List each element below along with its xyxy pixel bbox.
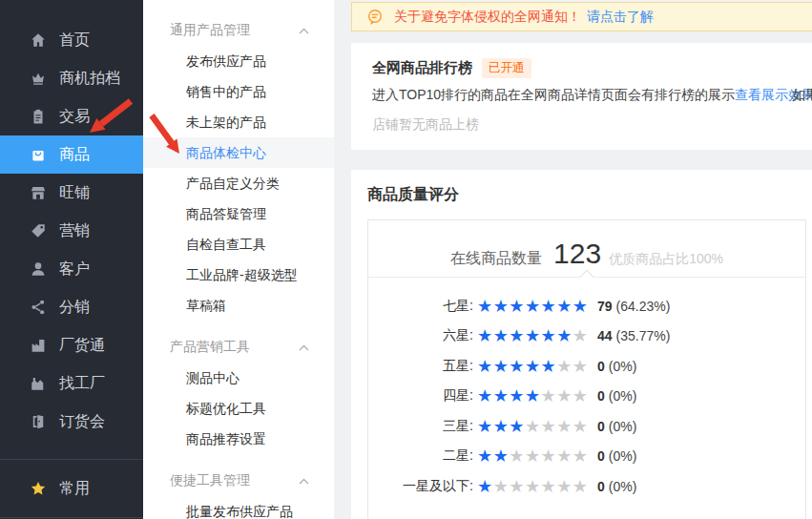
person-icon <box>29 260 48 279</box>
submenu-item-product-health-center[interactable]: 商品体检中心 <box>143 137 334 168</box>
rating-count: 0(0%) <box>597 448 636 464</box>
quality-title: 商品质量评分 <box>367 185 812 205</box>
ranking-empty-text: 店铺暂无商品上榜 <box>372 116 807 134</box>
home-icon <box>29 31 48 50</box>
sidebar-item-shop[interactable]: 旺铺 <box>0 174 143 212</box>
sidebar-item-trade[interactable]: 交易 <box>0 97 143 135</box>
submenu-header-label: 便捷工具管理 <box>170 472 250 489</box>
rating-count: 44(35.77%) <box>597 328 670 343</box>
app-root: 首页 商机拍档 交易 商品 旺铺 营销 客户 分销 <box>0 0 812 519</box>
rating-label: 五星: <box>368 358 473 375</box>
star-rating: ★★★★★★★ <box>477 327 590 344</box>
rating-label: 四星: <box>368 387 473 405</box>
submenu-header-general-product[interactable]: 通用产品管理 <box>143 15 334 46</box>
notice-bar: 关于避免字体侵权的全网通知！ 请点击了解 <box>351 2 812 31</box>
door-icon <box>29 412 48 431</box>
sidebar-item-label: 首页 <box>59 31 90 51</box>
star-rating: ★★★★★★★ <box>477 358 590 375</box>
star-rating: ★★★★★★★ <box>477 418 590 435</box>
ranking-title: 全网商品排行榜 <box>372 59 472 77</box>
submenu-item-product-qa[interactable]: 商品答疑管理 <box>143 198 334 229</box>
sidebar-item-find-factory[interactable]: 找工厂 <box>0 364 143 403</box>
online-count-value: 123 <box>553 238 601 270</box>
rating-count: 0(0%) <box>597 359 636 374</box>
status-badge: 已开通 <box>482 58 531 78</box>
submenu-item-batch-publish[interactable]: 批量发布供应产品 <box>143 496 334 519</box>
sidebar-item-label: 厂货通 <box>59 336 105 356</box>
sidebar: 首页 商机拍档 交易 商品 旺铺 营销 客户 分销 <box>0 0 143 519</box>
sidebar-item-favorites[interactable]: 常用 <box>0 460 143 517</box>
sidebar-item-customer[interactable]: 客户 <box>0 250 143 288</box>
rating-count: 0(0%) <box>597 388 636 404</box>
star-rating: ★★★★★★★ <box>477 387 590 405</box>
ranking-description: 进入TOP10排行的商品在全网商品详情页面会有排行榜的展示 <box>372 87 735 102</box>
sidebar-item-factory-goods[interactable]: 厂货通 <box>0 326 143 364</box>
ranking-right-text: 如果 <box>792 87 812 104</box>
online-count-label: 在线商品数量 <box>450 249 542 269</box>
ranking-card: 全网商品排行榜 已开通 进入TOP10排行的商品在全网商品详情页面会有排行榜的展… <box>351 43 812 150</box>
submenu-item-title-optimizer[interactable]: 标题优化工具 <box>143 393 334 424</box>
sidebar-divider <box>0 517 143 518</box>
announcement-bubble-icon <box>365 8 385 27</box>
quality-section: 商品质量评分 在线商品数量 123 优质商品占比100% 七星: ★★★★★★★… <box>351 170 812 519</box>
rating-row-one-and-below: 一星及以下: ★★★★★★★ 0(0%) <box>368 471 805 502</box>
sidebar-item-label: 订货会 <box>59 412 105 432</box>
main-content: 关于避免字体侵权的全网通知！ 请点击了解 全网商品排行榜 已开通 进入TOP10… <box>334 0 812 519</box>
sidebar-item-label: 营销 <box>59 221 90 241</box>
submenu-item-custom-category[interactable]: 产品自定义分类 <box>143 168 334 198</box>
submenu-header-marketing-tools[interactable]: 产品营销工具 <box>143 332 334 363</box>
sidebar-item-business-partner[interactable]: 商机拍档 <box>0 59 143 97</box>
submenu-item-publish-supply-product[interactable]: 发布供应产品 <box>143 46 334 76</box>
chevron-up-icon <box>299 478 309 485</box>
rating-label: 七星: <box>368 298 473 315</box>
notice-text: 关于避免字体侵权的全网通知！ <box>394 9 581 26</box>
submenu-item-unlisted-products[interactable]: 未上架的产品 <box>143 107 334 137</box>
rating-count: 0(0%) <box>597 419 636 434</box>
submenu-item-recommend-settings[interactable]: 商品推荐设置 <box>143 424 334 454</box>
sidebar-item-label: 交易 <box>59 107 90 127</box>
sidebar-item-label: 旺铺 <box>59 183 90 203</box>
submenu-item-drafts[interactable]: 草稿箱 <box>143 290 334 321</box>
rating-row-two: 二星: ★★★★★★★ 0(0%) <box>368 442 805 472</box>
notice-link[interactable]: 请点击了解 <box>587 9 654 26</box>
rating-label: 三星: <box>368 418 473 435</box>
sidebar-item-distribution[interactable]: 分销 <box>0 288 143 326</box>
submenu-header-quick-tools[interactable]: 便捷工具管理 <box>143 466 334 496</box>
submenu-header-label: 产品营销工具 <box>170 339 250 356</box>
sidebar-item-product[interactable]: 商品 <box>0 135 143 174</box>
clipboard-icon <box>29 107 48 126</box>
storefront-icon <box>29 183 48 202</box>
submenu-header-label: 通用产品管理 <box>170 22 250 39</box>
sidebar-item-order-fair[interactable]: 订货会 <box>0 403 143 441</box>
rating-row-three: 三星: ★★★★★★★ 0(0%) <box>368 411 805 442</box>
quality-card: 在线商品数量 123 优质商品占比100% 七星: ★★★★★★★ 79(64.… <box>367 219 806 519</box>
sidebar-item-label: 常用 <box>59 479 90 499</box>
submenu-item-test-center[interactable]: 测品中心 <box>143 363 334 393</box>
factory-icon <box>29 336 48 355</box>
sidebar-item-marketing[interactable]: 营销 <box>0 212 143 250</box>
star-icon <box>29 479 48 498</box>
rating-row-four: 四星: ★★★★★★★ 0(0%) <box>368 382 805 412</box>
crown-icon <box>29 69 48 88</box>
chevron-up-icon <box>299 344 309 351</box>
sidebar-item-home[interactable]: 首页 <box>0 21 143 59</box>
chevron-up-icon <box>299 28 309 34</box>
share-icon <box>29 298 48 317</box>
rating-label: 六星: <box>368 327 473 344</box>
sidebar-item-label: 找工厂 <box>59 374 105 394</box>
sidebar-item-label: 分销 <box>59 298 90 318</box>
rating-label: 一星及以下: <box>368 478 473 495</box>
star-rating: ★★★★★★★ <box>477 298 590 315</box>
submenu-item-industrial-brand[interactable]: 工业品牌-超级选型 <box>143 260 334 290</box>
rating-row-seven: 七星: ★★★★★★★ 79(64.23%) <box>368 291 805 322</box>
star-rating: ★★★★★★★ <box>477 447 590 465</box>
submenu-item-self-check-tools[interactable]: 自检自查工具 <box>143 229 334 260</box>
header-divider <box>368 277 805 278</box>
factory-sawtooth-icon <box>29 374 48 393</box>
rating-count: 0(0%) <box>597 479 636 494</box>
submenu-item-selling-products[interactable]: 销售中的产品 <box>143 76 334 107</box>
rating-count: 79(64.23%) <box>597 299 670 314</box>
sidebar-item-label: 商机拍档 <box>59 69 120 89</box>
sidebar-item-label: 客户 <box>59 260 90 280</box>
premium-ratio-text: 优质商品占比100% <box>609 251 723 268</box>
